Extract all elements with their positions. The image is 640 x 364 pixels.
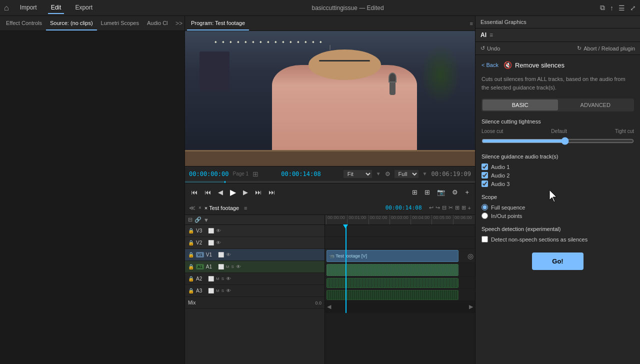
nav-export[interactable]: Export [72,2,96,14]
view-triangle-icon[interactable]: ▼ [422,171,428,176]
tightness-slider[interactable] [482,137,634,145]
nav-edit[interactable]: Edit [48,2,64,14]
audio1-checkbox[interactable] [482,164,488,170]
progress-bar[interactable] [185,181,475,183]
v2-eye[interactable]: 👁 [216,240,221,246]
tab-lumetri[interactable]: Lumetri Scopes [97,16,143,30]
v3-clip-icon[interactable]: ⬜ [208,228,214,234]
a3-lock[interactable]: 🔒 [188,288,194,294]
expand-icon[interactable]: ⤢ [630,4,636,12]
home-icon[interactable]: ⌂ [4,4,9,12]
button-extra[interactable]: ⊞ [422,188,432,197]
tab-effect-controls[interactable]: Effect Controls [2,16,46,30]
a2-eye[interactable]: 👁 [226,276,231,282]
full-sequence-radio[interactable] [482,204,488,210]
timeline-zoom-in[interactable]: + [468,204,471,211]
go-btn[interactable]: Go! [532,252,583,270]
ruler-marks: 00:00:00 00:01:00 00:02:00 00:03:00 00:0… [326,215,474,224]
track-row-v1[interactable]: 📹 Test footage [V] ◎ [325,249,475,263]
timeline-menu[interactable]: ≡ [244,205,247,211]
a2-lock[interactable]: 🔒 [188,276,194,282]
v2-clip-icon[interactable]: ⬜ [208,240,214,246]
tab-advanced[interactable]: ADVANCED [558,100,634,110]
timeline-timecode[interactable]: 00:00:14:08 [386,204,422,211]
tab-audio-clip[interactable]: Audio Cl [143,16,172,30]
back-btn[interactable]: < Back [482,62,498,68]
track-row-a1[interactable] [325,263,475,277]
add-marker-btn[interactable]: ⊞ [252,170,258,178]
a1-active-indicator[interactable]: A1 [196,264,204,270]
a3-mute[interactable]: M [216,288,220,293]
v1-eye[interactable]: 👁 [226,252,231,258]
menu-icon[interactable]: ☰ [618,4,625,12]
settings-icon[interactable]: ⚙ [385,170,390,178]
mix-nav-forward[interactable]: ▶ [469,304,473,310]
mix-add[interactable]: 0.0 [315,300,322,306]
timeline-tool-3[interactable]: ⊟ [442,204,446,211]
triangle-icon[interactable]: ▼ [376,171,381,176]
v1-active-indicator[interactable]: V1 [196,252,204,258]
window-icon[interactable]: ⧉ [600,4,605,12]
a1-eye[interactable]: 👁 [236,264,241,270]
track-row-a3[interactable] [325,289,475,301]
track-row-mix[interactable]: ◀ ▶ [325,301,475,313]
snap-btn[interactable]: ⊟ [188,216,192,223]
a1-solo[interactable]: S [231,264,234,269]
a3-eye[interactable]: 👁 [226,288,231,294]
timeline-tool-1[interactable]: ↩ [429,204,434,211]
v1-lock[interactable]: 🔒 [188,252,194,258]
play-btn[interactable]: ▶ [228,186,238,198]
v1-clip-icon[interactable]: ⬜ [218,252,224,258]
program-tab-menu[interactable]: ≡ [470,20,473,26]
go-to-in-btn[interactable]: ⏮ [189,188,200,197]
a3-solo[interactable]: S [222,288,224,293]
timeline-tool-6[interactable]: ⊞ [462,204,466,211]
timeline-close[interactable]: × [198,205,202,210]
view-select[interactable]: FullHalf [394,170,418,178]
a1-clip-icon[interactable]: ⬜ [218,264,224,270]
v3-lock[interactable]: 🔒 [188,228,194,234]
track-row-v2[interactable] [325,237,475,249]
v2-lock[interactable]: 🔒 [188,240,194,246]
step-back-btn[interactable]: ⏮ [202,188,213,197]
speech-checkbox[interactable] [482,236,488,242]
ai-menu-icon[interactable]: ≡ [490,32,493,38]
play-back-btn[interactable]: ◀ [216,188,225,197]
timecode-center[interactable]: 00:00:14:08 [281,170,320,178]
a2-mute[interactable]: M [216,276,220,281]
audio2-checkbox[interactable] [482,172,488,178]
timeline-title[interactable]: × Test footage [204,205,239,211]
play-forward-btn[interactable]: ▶ [241,188,250,197]
a2-solo[interactable]: S [222,276,224,281]
audio3-checkbox[interactable] [482,180,488,187]
timeline-tool-2[interactable]: ↪ [436,204,440,211]
in-out-radio[interactable] [482,212,488,219]
abort-reload-btn[interactable]: ↻ Abort / Reload plugin [577,45,635,52]
a1-mute[interactable]: M [226,264,230,269]
a1-lock[interactable]: 🔒 [188,264,194,270]
timeline-tool-4[interactable]: ✂ [448,204,453,211]
panel-tabs-more[interactable]: >> [176,20,182,27]
a2-clip-icon[interactable]: ⬜ [208,276,214,282]
a3-clip-icon[interactable]: ⬜ [208,288,214,294]
settings2-btn[interactable]: ⚙ [450,188,460,197]
add-btn[interactable]: ⊞ [410,188,420,197]
tab-basic[interactable]: BASIC [482,100,558,110]
tab-program[interactable]: Program: Test footage [187,16,249,30]
tab-source[interactable]: Source: (no clips) [46,16,97,30]
track-row-a2[interactable] [325,277,475,289]
share-icon[interactable]: ↑ [610,4,614,12]
step-forward-btn[interactable]: ⏭ [253,188,264,197]
link-btn[interactable]: 🔗 [194,216,202,223]
timeline-tool-5[interactable]: ⊞ [455,204,460,211]
marker-btn[interactable]: ▼ [204,217,209,223]
plus-btn[interactable]: + [463,188,471,197]
timeline-collapse[interactable]: ≪ [189,204,196,212]
camera-btn[interactable]: 📷 [435,188,447,197]
mix-nav-back[interactable]: ◀ [327,304,331,310]
nav-import[interactable]: Import [17,2,40,14]
go-to-out-btn[interactable]: ⏭ [266,188,277,197]
v3-eye[interactable]: 👁 [216,228,221,234]
zoom-select[interactable]: Fit25%50%100% [344,170,372,178]
undo-btn[interactable]: ↺ Undo [480,45,500,52]
